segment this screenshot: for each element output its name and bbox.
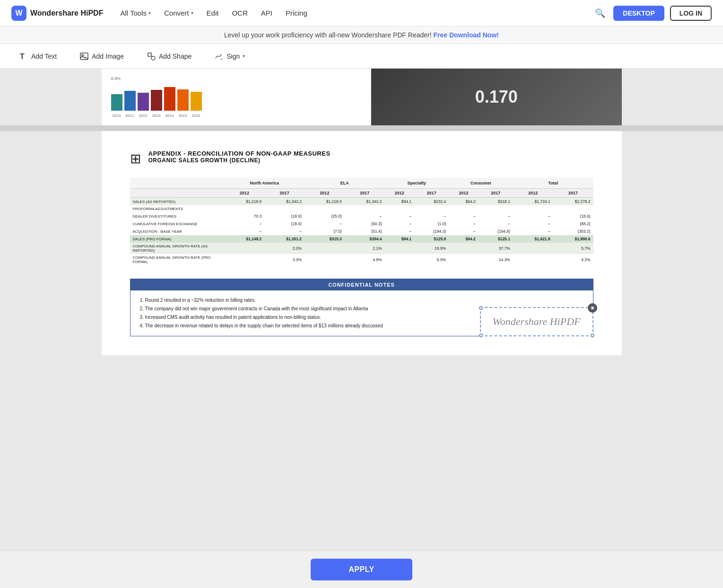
- logo-icon: W: [11, 6, 26, 21]
- add-shape-button[interactable]: Add Shape: [143, 49, 195, 64]
- table-header-groups: North America ELA Specialty Consumer Tot…: [130, 178, 593, 189]
- apply-bar: APPLY: [0, 551, 723, 585]
- add-text-button[interactable]: T Add Text: [15, 49, 61, 64]
- search-icon[interactable]: 🔍: [592, 6, 608, 21]
- sign-button[interactable]: Sign ▾: [210, 49, 249, 64]
- svg-text:T: T: [20, 53, 25, 61]
- login-button[interactable]: LOG IN: [670, 6, 712, 21]
- table-row: CUMULATIVE FOREIGN EXCHANGE–(18.6)–(60.3…: [130, 220, 593, 228]
- desktop-button[interactable]: DESKTOP: [613, 6, 664, 21]
- signature-widget[interactable]: ✕ Wondershare HiPDF: [480, 307, 593, 336]
- nav-api[interactable]: API: [255, 6, 278, 20]
- corner-handle-br[interactable]: [591, 333, 594, 337]
- text-icon: T: [19, 52, 28, 61]
- promo-link[interactable]: Free Download Now!: [434, 31, 499, 39]
- header-right: 🔍 DESKTOP LOG IN: [592, 6, 712, 21]
- table-row: DEALER DIVESTITURES70.3(18.6)(25.0)–––––…: [130, 212, 593, 220]
- nav-all-tools[interactable]: All Tools ▾: [114, 6, 157, 20]
- confidential-header: CONFIDENTIAL NOTES: [131, 279, 593, 290]
- table-row: COMPOUND ANNUAL GROWTH RATE (PRO FORMA)3…: [130, 254, 593, 265]
- main-header: W Wondershare HiPDF All Tools ▾ Convert …: [0, 0, 723, 26]
- table-row: COMPOUND ANNUAL GROWTH RATE (AS REPORTED…: [130, 243, 593, 254]
- add-image-button[interactable]: Add Image: [76, 49, 128, 64]
- corner-handle-tl[interactable]: [479, 306, 483, 310]
- corner-handle-bl[interactable]: [479, 333, 483, 337]
- image-icon: [79, 52, 89, 61]
- table-row: SALES (PRO FORMA)$1,148.2$1,351.2$315.3$…: [130, 235, 593, 243]
- chevron-down-icon: ▾: [148, 10, 151, 16]
- table-header-years: 2012 2017 2012 2017 2012 2017 2012 2017 …: [130, 189, 593, 198]
- divider: [0, 125, 723, 131]
- svg-rect-3: [148, 53, 151, 56]
- promo-banner: Level up your work proficiency with all-…: [0, 26, 723, 44]
- nav-convert[interactable]: Convert ▾: [158, 6, 199, 20]
- appendix-header: ⊞ APPENDIX - RECONCILIATION OF NON-GAAP …: [130, 150, 593, 167]
- signature-text: Wondershare HiPDF: [492, 316, 581, 328]
- editor-toolbar: T Add Text Add Image Add Shape: [0, 44, 723, 69]
- appendix-icon: ⊞: [130, 151, 141, 167]
- appendix-titles: APPENDIX - RECONCILIATION OF NON-GAAP ME…: [148, 150, 331, 164]
- corner-handle-tr[interactable]: [591, 306, 594, 310]
- table-row: PROFORMA ADJUSTMENTS: [130, 205, 593, 212]
- note-1: 1. Round 2 resulted in a ~32% reduction …: [140, 296, 584, 305]
- chevron-down-icon: ▾: [191, 10, 193, 16]
- apply-button[interactable]: APPLY: [311, 559, 412, 580]
- bottom-spacer: [0, 365, 723, 403]
- nav-pricing[interactable]: Pricing: [280, 6, 313, 20]
- table-body: SALES (AS REPORTED)$1,218.5$1,342.2$1,21…: [130, 198, 593, 266]
- nav-edit[interactable]: Edit: [201, 6, 225, 20]
- table-row: ACQUISITION - BASE YEAR––(7.0)(51.4)–(19…: [130, 228, 593, 235]
- table-row: SALES (AS REPORTED)$1,218.5$1,342.2$1,21…: [130, 198, 593, 206]
- signature-box: ✕ Wondershare HiPDF: [480, 307, 593, 336]
- chart-percent: 0.170: [475, 87, 518, 107]
- svg-point-4: [151, 56, 155, 60]
- shape-icon: [147, 52, 156, 61]
- nav-menu: All Tools ▾ Convert ▾ Edit OCR API Prici…: [114, 6, 581, 20]
- main-content: 0.9% 2010 2011 2012 2013 2014 2015: [0, 69, 723, 585]
- financial-table: North America ELA Specialty Consumer Tot…: [130, 178, 593, 265]
- logo[interactable]: W Wondershare HiPDF: [11, 6, 103, 21]
- logo-text: Wondershare HiPDF: [30, 9, 103, 18]
- data-table-wrapper: North America ELA Specialty Consumer Tot…: [130, 178, 593, 265]
- document-page: ⊞ APPENDIX - RECONCILIATION OF NON-GAAP …: [102, 131, 622, 355]
- chevron-down-icon: ▾: [243, 53, 245, 59]
- nav-ocr[interactable]: OCR: [226, 6, 253, 20]
- sign-icon: [214, 52, 224, 61]
